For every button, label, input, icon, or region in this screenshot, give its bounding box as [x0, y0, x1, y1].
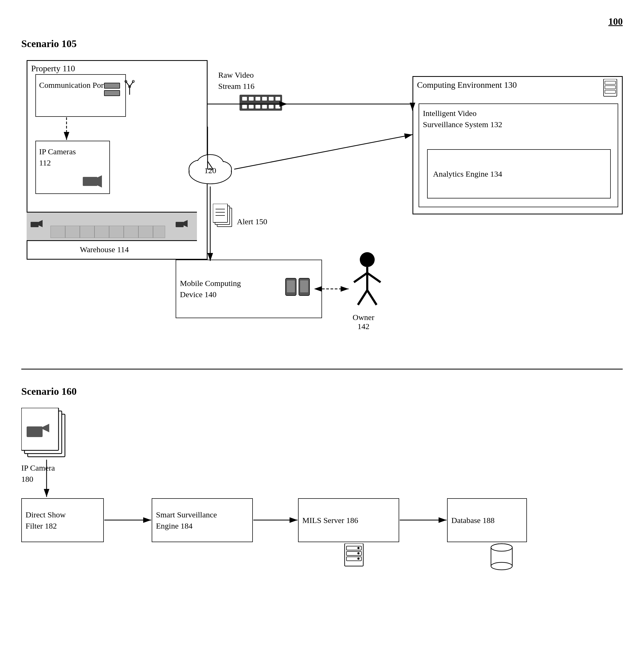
- alert-pages-icon: [213, 204, 234, 230]
- svg-line-49: [354, 273, 367, 282]
- ivss-label: Intelligent VideoSurveillance System 132: [423, 108, 502, 130]
- db-cylinder-icon: [490, 542, 513, 571]
- svg-rect-34: [262, 105, 267, 109]
- owner-figure: [349, 252, 386, 313]
- phone-icons: [284, 276, 316, 302]
- computing-env-box: Computing Environment 130 Intelligent Vi…: [413, 76, 623, 214]
- svg-rect-44: [287, 280, 295, 292]
- svg-rect-33: [255, 105, 260, 109]
- ip-cameras-box: IP Cameras112: [36, 141, 110, 194]
- scenario-160-label: Scenario 160: [21, 385, 623, 397]
- svg-point-83: [358, 547, 360, 549]
- svg-rect-22: [605, 86, 616, 89]
- svg-rect-32: [249, 105, 254, 109]
- comm-port-box: Communication Port 118: [36, 74, 126, 117]
- svg-rect-25: [242, 97, 247, 100]
- scenario-160-diagram: IP Camera180 Direct ShowFilter 182 Smart…: [21, 408, 623, 567]
- sse-label: Smart SurveillanceEngine 184: [156, 509, 217, 532]
- svg-rect-30: [275, 97, 280, 100]
- dsf-box: Direct ShowFilter 182: [21, 498, 104, 542]
- svg-marker-9: [39, 220, 43, 227]
- svg-rect-27: [255, 97, 260, 100]
- svg-rect-8: [30, 222, 39, 227]
- svg-point-47: [360, 252, 375, 267]
- svg-line-51: [358, 290, 367, 305]
- svg-rect-31: [242, 105, 247, 109]
- mobile-box: Mobile ComputingDevice 140: [176, 260, 322, 318]
- svg-rect-12: [50, 226, 165, 238]
- svg-rect-29: [269, 97, 274, 100]
- svg-rect-46: [300, 280, 308, 292]
- svg-point-90: [491, 562, 512, 570]
- svg-rect-20: [603, 79, 617, 96]
- mils-server-icon: [343, 543, 365, 567]
- scenario-105-label: Scenario 105: [21, 38, 623, 49]
- ip-camera-180-icon: [21, 408, 74, 458]
- svg-rect-79: [345, 543, 363, 566]
- film-strip-icon: [239, 95, 282, 113]
- camera-icon: [83, 175, 104, 188]
- db-label: Database 188: [451, 516, 495, 525]
- warehouse-cameras: [27, 213, 197, 242]
- scenario-160-arrows: [21, 408, 623, 567]
- svg-rect-36: [275, 105, 280, 109]
- network-cloud: 120: [186, 150, 234, 185]
- ip-cameras-label: IP Cameras112: [39, 146, 76, 168]
- switch-icon-2: [104, 90, 120, 96]
- computing-env-label: Computing Environment 130: [417, 80, 517, 90]
- warehouse-label: Warehouse 114: [80, 245, 129, 254]
- svg-rect-6: [83, 177, 97, 186]
- server-icon-top: [602, 79, 618, 98]
- analytics-box: Analytics Engine 134: [427, 149, 611, 198]
- analytics-label: Analytics Engine 134: [433, 169, 502, 179]
- dsf-label: Direct ShowFilter 182: [26, 509, 66, 532]
- svg-line-50: [367, 273, 381, 282]
- ivss-box: Intelligent VideoSurveillance System 132…: [419, 103, 618, 207]
- svg-line-52: [367, 290, 376, 305]
- svg-rect-77: [27, 426, 43, 437]
- raw-video-label: Raw VideoStream 116: [218, 69, 254, 92]
- antenna-icon: [124, 80, 135, 95]
- owner-label: Owner142: [352, 313, 374, 331]
- svg-marker-11: [184, 220, 188, 227]
- property-label: Property 110: [31, 64, 75, 73]
- svg-rect-23: [605, 90, 616, 93]
- svg-rect-39: [213, 204, 228, 222]
- sse-box: Smart SurveillanceEngine 184: [152, 498, 253, 542]
- svg-point-84: [358, 552, 360, 554]
- mils-box: MILS Server 186: [298, 498, 399, 542]
- alert-label: Alert 150: [237, 217, 267, 226]
- page-number: 100: [21, 16, 623, 27]
- svg-rect-10: [176, 222, 184, 227]
- svg-rect-26: [249, 97, 254, 100]
- svg-rect-28: [262, 97, 267, 100]
- svg-point-91: [491, 544, 512, 551]
- svg-rect-21: [605, 81, 616, 84]
- scenario-105-diagram: Communication Port 118 IP Cameras112: [21, 60, 623, 353]
- svg-point-85: [358, 558, 360, 560]
- switch-icon-1: [104, 83, 120, 89]
- section-divider: [21, 369, 623, 370]
- db-box: Database 188: [447, 498, 527, 542]
- svg-line-66: [234, 135, 413, 169]
- comm-port-icons: [104, 83, 120, 96]
- mobile-label: Mobile ComputingDevice 140: [180, 278, 249, 300]
- warehouse-strip: [27, 212, 197, 241]
- svg-text:120: 120: [204, 166, 216, 175]
- svg-marker-7: [97, 175, 102, 188]
- svg-rect-35: [269, 105, 274, 109]
- mils-label: MILS Server 186: [302, 516, 358, 525]
- ip-camera-180-label: IP Camera180: [21, 462, 55, 485]
